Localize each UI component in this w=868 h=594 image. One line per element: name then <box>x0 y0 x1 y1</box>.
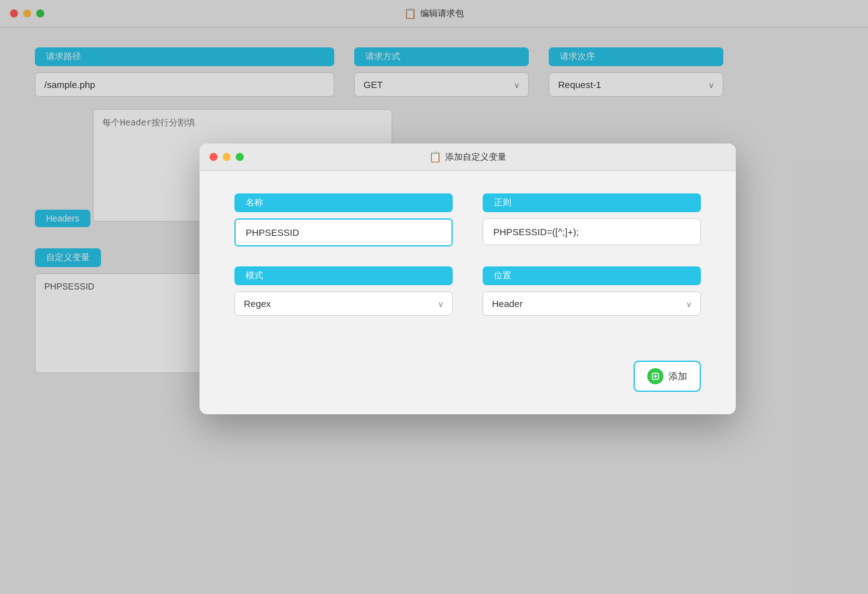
add-icon <box>651 372 660 381</box>
modal-row-1: 名称 正则 <box>234 193 701 246</box>
modal-title-bar: 📋 添加自定义变量 <box>200 144 736 171</box>
modal-mode-select[interactable]: Regex JSON XPath <box>234 291 453 316</box>
add-button[interactable]: 添加 <box>634 361 701 392</box>
modal-regex-label: 正则 <box>483 193 701 212</box>
modal-name-label: 名称 <box>234 193 453 212</box>
modal-row-2: 模式 Regex JSON XPath 位置 Header Body Cooki… <box>234 266 701 316</box>
modal-position-select-wrapper: Header Body Cookie <box>483 291 701 316</box>
modal-mode-select-wrapper: Regex JSON XPath <box>234 291 453 316</box>
add-button-icon <box>647 368 663 384</box>
modal-position-group: 位置 Header Body Cookie <box>483 266 701 316</box>
modal-mode-label: 模式 <box>234 266 453 285</box>
modal-title-text: 📋 添加自定义变量 <box>429 151 506 163</box>
modal-position-select[interactable]: Header Body Cookie <box>483 291 701 316</box>
add-button-label: 添加 <box>668 371 687 382</box>
modal-regex-input[interactable] <box>483 218 701 245</box>
modal-footer: 添加 <box>200 361 736 414</box>
modal-dialog: 📋 添加自定义变量 名称 正则 模式 Regex JSON <box>200 144 736 414</box>
modal-mode-group: 模式 Regex JSON XPath <box>234 266 453 316</box>
modal-title-label: 添加自定义变量 <box>445 152 506 163</box>
modal-name-group: 名称 <box>234 193 453 246</box>
modal-regex-group: 正则 <box>483 193 701 246</box>
modal-close-button[interactable] <box>210 153 218 161</box>
modal-title-icon: 📋 <box>429 151 441 163</box>
modal-window-controls <box>210 153 244 161</box>
modal-minimize-button[interactable] <box>223 153 231 161</box>
modal-position-label: 位置 <box>483 266 701 285</box>
modal-name-input[interactable] <box>234 218 453 246</box>
modal-body: 名称 正则 模式 Regex JSON XPath <box>200 171 736 361</box>
modal-maximize-button[interactable] <box>236 153 244 161</box>
